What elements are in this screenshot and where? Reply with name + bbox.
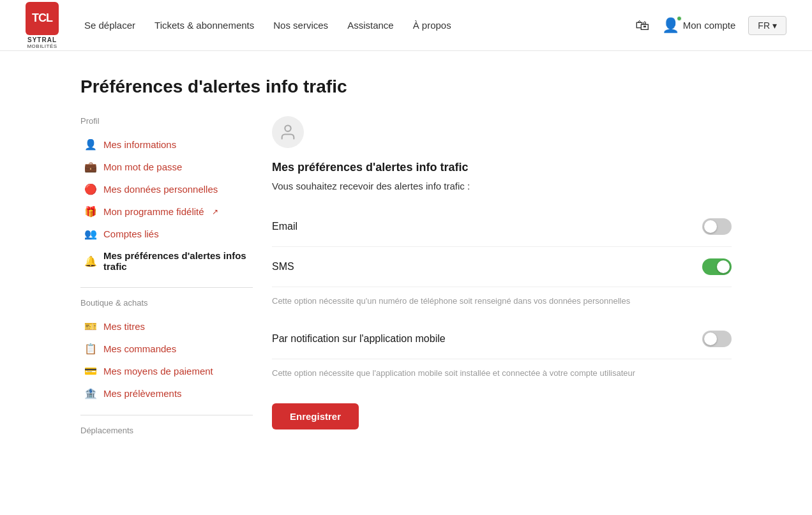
account-status-dot [677, 16, 682, 21]
sidebar-divider-1 [80, 287, 253, 288]
account-icon-wrap: 👤 [662, 17, 679, 34]
toggle-email[interactable] [702, 218, 732, 235]
sidebar-section-profil: Profil [80, 116, 253, 126]
account-label: Mon compte [683, 20, 736, 31]
toggle-email-thumb [704, 220, 717, 233]
page-title: Préférences d'alertes info trafic [80, 77, 732, 97]
brand-name: SYTRAL [27, 36, 57, 43]
sidebar-label-alertes-trafic: Mes préférences d'alertes infos trafic [103, 250, 249, 272]
logo[interactable]: TCL SYTRAL MOBILITÉS [26, 2, 59, 49]
sidebar-label-programme-fidelite: Mon programme fidélité [103, 206, 204, 217]
account-button[interactable]: 👤 Mon compte [662, 17, 736, 34]
lang-label: FR [758, 20, 770, 31]
payment-icon: 💳 [84, 365, 97, 377]
data-icon: 🔴 [84, 183, 97, 195]
notif-note: Cette option nécessite que l'application… [272, 359, 732, 391]
toggle-row-sms: SMS [272, 247, 732, 287]
language-selector[interactable]: FR ▾ [748, 16, 786, 35]
sidebar-section-deplacements: Déplacements [80, 426, 253, 435]
gift-icon: 🎁 [84, 205, 97, 218]
sidebar-item-mes-informations[interactable]: 👤 Mes informations [80, 133, 253, 156]
sidebar-label-mes-informations: Mes informations [103, 139, 176, 150]
toggle-left-sms: SMS [272, 261, 702, 272]
sidebar-item-programme-fidelite[interactable]: 🎁 Mon programme fidélité ↗ [80, 200, 253, 223]
toggle-sms-thumb [717, 260, 730, 273]
chevron-down-icon: ▾ [772, 20, 777, 31]
sidebar-item-donnees-personnelles[interactable]: 🔴 Mes données personnelles [80, 178, 253, 200]
sidebar-label-mes-commandes: Mes commandes [103, 343, 176, 354]
password-icon: 💼 [84, 161, 97, 173]
cart-icon[interactable]: 🛍 [635, 17, 649, 34]
profile-avatar [272, 116, 304, 148]
svg-point-0 [285, 126, 290, 131]
bell-icon: 🔔 [84, 255, 97, 267]
sidebar-item-mes-commandes[interactable]: 📋 Mes commandes [80, 338, 253, 360]
nav-assistance[interactable]: Assistance [347, 20, 394, 31]
sidebar-item-mot-de-passe[interactable]: 💼 Mon mot de passe [80, 156, 253, 178]
orders-icon: 📋 [84, 343, 97, 355]
page-container: Préférences d'alertes info trafic Profil… [55, 51, 757, 468]
sidebar-label-donnees-personnelles: Mes données personnelles [103, 184, 218, 195]
nav-tickets[interactable]: Tickets & abonnements [154, 20, 254, 31]
sidebar-section-boutique: Boutique & achats [80, 298, 253, 308]
content-layout: Profil 👤 Mes informations 💼 Mon mot de p… [80, 116, 732, 443]
sidebar-item-mes-titres[interactable]: 🎫 Mes titres [80, 315, 253, 338]
brand-sub: MOBILITÉS [27, 43, 57, 49]
sidebar-label-comptes-lies: Comptes liés [103, 228, 159, 239]
sidebar-label-prelevements: Mes prélèvements [103, 388, 182, 399]
accounts-icon: 👥 [84, 228, 97, 240]
toggle-row-email: Email [272, 207, 732, 247]
save-button[interactable]: Enregistrer [272, 403, 359, 429]
sidebar-divider-2 [80, 415, 253, 415]
sidebar-label-moyens-paiement: Mes moyens de paiement [103, 366, 213, 377]
main-nav: Se déplacer Tickets & abonnements Nos se… [84, 20, 635, 31]
toggle-left-notif: Par notification sur l'application mobil… [272, 333, 702, 345]
user-icon: 👤 [84, 138, 97, 151]
sidebar-label-mot-de-passe: Mon mot de passe [103, 161, 182, 172]
sidebar: Profil 👤 Mes informations 💼 Mon mot de p… [80, 116, 253, 443]
logo-icon: TCL [26, 2, 59, 35]
toggle-notif[interactable] [702, 331, 732, 347]
main-panel: Mes préférences d'alertes info trafic Vo… [272, 116, 732, 429]
toggle-label-notif: Par notification sur l'application mobil… [272, 333, 702, 345]
header-right: 🛍 👤 Mon compte FR ▾ [635, 16, 786, 35]
nav-nos-services[interactable]: Nos services [273, 20, 328, 31]
nav-a-propos[interactable]: À propos [413, 20, 451, 31]
ticket-icon: 🎫 [84, 320, 97, 332]
toggle-sms[interactable] [702, 258, 732, 275]
sidebar-item-prelevements[interactable]: 🏦 Mes prélèvements [80, 382, 253, 405]
bank-icon: 🏦 [84, 387, 97, 399]
main-section-title: Mes préférences d'alertes info trafic [272, 161, 732, 174]
main-intro-text: Vous souhaitez recevoir des alertes info… [272, 181, 732, 191]
toggle-label-email: Email [272, 221, 702, 232]
sidebar-item-alertes-trafic[interactable]: 🔔 Mes préférences d'alertes infos trafic [80, 245, 253, 277]
toggle-left-email: Email [272, 221, 702, 232]
sidebar-item-moyens-paiement[interactable]: 💳 Mes moyens de paiement [80, 360, 253, 382]
sidebar-label-mes-titres: Mes titres [103, 321, 145, 332]
toggle-label-sms: SMS [272, 261, 702, 272]
sms-note: Cette option nécessite qu'un numéro de t… [272, 287, 732, 319]
toggle-row-notif: Par notification sur l'application mobil… [272, 319, 732, 359]
nav-se-deplacer[interactable]: Se déplacer [84, 20, 135, 31]
external-link-icon: ↗ [212, 207, 218, 216]
sidebar-item-comptes-lies[interactable]: 👥 Comptes liés [80, 223, 253, 245]
toggle-notif-thumb [704, 332, 717, 345]
